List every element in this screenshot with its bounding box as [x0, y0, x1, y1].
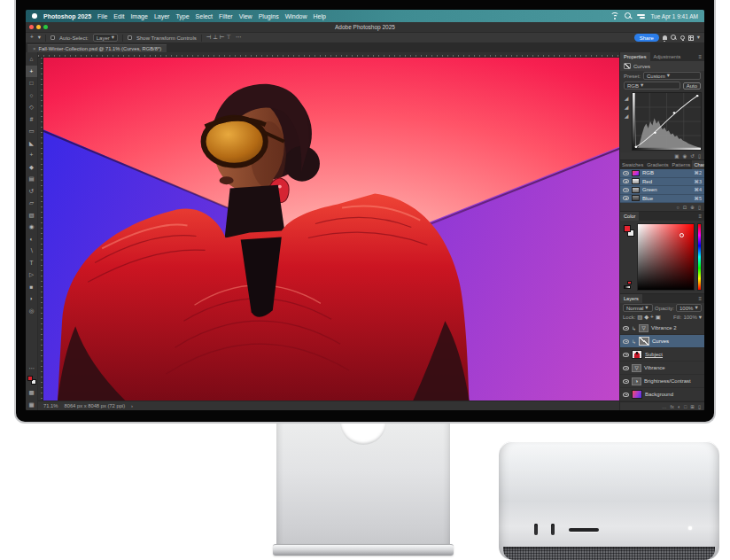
- pen-tool-icon[interactable]: ∖: [26, 245, 37, 257]
- preset-dropdown[interactable]: Custom ▾: [643, 72, 701, 80]
- tab-channels[interactable]: Channels: [692, 160, 704, 169]
- tab-patterns[interactable]: Patterns: [671, 160, 693, 169]
- brush-tool-icon[interactable]: ◆: [26, 161, 37, 174]
- document-info[interactable]: 8064 px x 8048 px (72 ppi): [64, 403, 125, 408]
- dodge-tool-icon[interactable]: ◐: [26, 233, 37, 245]
- menu-window[interactable]: Window: [285, 13, 307, 19]
- visibility-eye-icon[interactable]: [623, 196, 629, 200]
- apple-logo-icon[interactable]: [32, 13, 37, 19]
- tab-swatches[interactable]: Swatches: [620, 160, 645, 169]
- blur-tool-icon[interactable]: ◉: [26, 221, 37, 233]
- curve-point[interactable]: [634, 146, 637, 148]
- layer-row-vibrance[interactable]: ▽ Vibrance: [620, 362, 704, 375]
- history-brush-tool-icon[interactable]: ↺: [26, 185, 37, 198]
- visibility-eye-icon[interactable]: [623, 171, 629, 175]
- foreground-color-swatch[interactable]: [27, 376, 33, 381]
- tab-color[interactable]: Color: [620, 212, 639, 221]
- load-selection-icon[interactable]: ○: [676, 205, 679, 210]
- crop-tool-icon[interactable]: #: [26, 113, 37, 126]
- auto-button[interactable]: Auto: [683, 82, 701, 89]
- channel-row-green[interactable]: Green ⌘4: [620, 186, 704, 195]
- curve-point[interactable]: [654, 132, 656, 134]
- control-center-icon[interactable]: [637, 13, 645, 19]
- auto-select-checkbox[interactable]: [50, 35, 55, 40]
- hue-slider[interactable]: [697, 223, 702, 291]
- adjustment-layer-button-icon[interactable]: ◐: [678, 404, 680, 409]
- menu-file[interactable]: File: [97, 13, 107, 19]
- menu-filter[interactable]: Filter: [219, 13, 233, 19]
- new-layer-icon[interactable]: ⊞: [690, 404, 695, 409]
- visibility-eye-icon[interactable]: [623, 379, 629, 384]
- menu-view[interactable]: View: [239, 13, 252, 19]
- tab-gradients[interactable]: Gradients: [645, 160, 670, 169]
- layer-row-curves[interactable]: ↳ Curves: [620, 335, 704, 348]
- curves-plot[interactable]: [633, 93, 701, 150]
- wifi-icon[interactable]: [610, 12, 619, 19]
- save-selection-icon[interactable]: ⊡: [683, 205, 687, 210]
- align-buttons[interactable]: ⊣ ⊥ ⊢ ⊤: [206, 35, 231, 41]
- marquee-tool-icon[interactable]: □: [26, 77, 37, 89]
- photoshop-canvas[interactable]: [43, 58, 619, 401]
- frame-tool-icon[interactable]: ▭: [26, 125, 37, 137]
- menu-bar-clock[interactable]: Tue Apr 1 9:41 AM: [650, 13, 698, 19]
- foreground-background-swatches[interactable]: [27, 376, 36, 385]
- search-icon[interactable]: [625, 12, 632, 19]
- visibility-eye-icon[interactable]: [623, 366, 629, 370]
- black-point-eyedropper-icon[interactable]: ◢: [625, 95, 629, 101]
- quick-mask-icon[interactable]: ▩: [26, 386, 37, 399]
- layer-row-vibrance-2[interactable]: ↳ ▽ Vibrance 2: [620, 322, 704, 335]
- blend-mode-dropdown[interactable]: Normal ▾: [623, 304, 653, 312]
- show-transform-checkbox[interactable]: [128, 35, 132, 40]
- eyedropper-tool-icon[interactable]: ◣: [26, 137, 37, 150]
- new-channel-icon[interactable]: ⊕: [690, 205, 695, 210]
- visibility-eye-icon[interactable]: [623, 393, 629, 397]
- notifications-bell-icon[interactable]: [663, 35, 667, 40]
- visibility-eye-icon[interactable]: [623, 339, 629, 344]
- fill-value[interactable]: 100%: [683, 315, 696, 320]
- layer-row-background[interactable]: Background: [620, 388, 704, 401]
- visibility-eye-icon[interactable]: [623, 179, 629, 183]
- close-tab-icon[interactable]: ×: [33, 46, 36, 51]
- menu-type[interactable]: Type: [175, 13, 189, 19]
- auto-select-dropdown[interactable]: Layer ▾: [93, 34, 118, 42]
- zoom-level[interactable]: 71.1%: [43, 403, 58, 408]
- channel-row-red[interactable]: Red ⌘3: [620, 178, 704, 187]
- panel-menu-icon[interactable]: ≡: [695, 294, 704, 303]
- layer-name[interactable]: Subject: [645, 352, 663, 357]
- visibility-eye-icon[interactable]: [623, 353, 629, 357]
- layer-name[interactable]: Curves: [652, 338, 669, 344]
- type-tool-icon[interactable]: T: [26, 257, 37, 269]
- eraser-tool-icon[interactable]: ▱: [26, 197, 37, 209]
- menu-help[interactable]: Help: [314, 13, 326, 19]
- visibility-eye-icon[interactable]: [623, 326, 629, 331]
- move-tool-icon[interactable]: +: [26, 66, 37, 78]
- delete-channel-icon[interactable]: ▯: [698, 205, 701, 210]
- curves-grid[interactable]: [632, 92, 702, 151]
- workspace-switcher-icon[interactable]: [688, 35, 694, 41]
- delete-layer-icon[interactable]: ▯: [698, 404, 701, 409]
- menu-image[interactable]: Image: [130, 13, 147, 19]
- channel-dropdown[interactable]: RGB ▾: [624, 82, 680, 89]
- status-chevron-icon[interactable]: ›: [131, 403, 133, 408]
- path-select-tool-icon[interactable]: ▷: [26, 268, 37, 281]
- document-tab[interactable]: × Fall-Winter-Collection.psd @ 71.1% (Cu…: [27, 44, 167, 52]
- zoom-tool-icon[interactable]: ◎: [26, 305, 37, 317]
- layer-mask-icon[interactable]: □: [684, 404, 687, 409]
- menu-layer[interactable]: Layer: [154, 13, 170, 19]
- foreground-color-swatch[interactable]: [624, 225, 631, 232]
- grayscale-ramp[interactable]: [624, 285, 631, 289]
- tab-layers[interactable]: Layers: [620, 294, 642, 303]
- panel-menu-icon[interactable]: ≡: [695, 212, 704, 221]
- layer-effects-icon[interactable]: fx: [670, 404, 673, 409]
- hand-tool-icon[interactable]: ◗: [26, 292, 37, 305]
- delete-icon[interactable]: ▯: [698, 153, 701, 159]
- layer-row-subject[interactable]: Subject: [620, 348, 704, 362]
- chevron-down-icon[interactable]: ▾: [697, 35, 700, 41]
- saturation-square[interactable]: [637, 223, 695, 291]
- clone-stamp-tool-icon[interactable]: ▤: [26, 173, 37, 185]
- app-search-icon[interactable]: [671, 35, 677, 41]
- color-picker-ring[interactable]: [680, 233, 684, 237]
- healing-tool-icon[interactable]: +: [26, 149, 37, 161]
- reset-icon[interactable]: ↺: [690, 153, 695, 159]
- visibility-icon[interactable]: ◉: [683, 153, 687, 159]
